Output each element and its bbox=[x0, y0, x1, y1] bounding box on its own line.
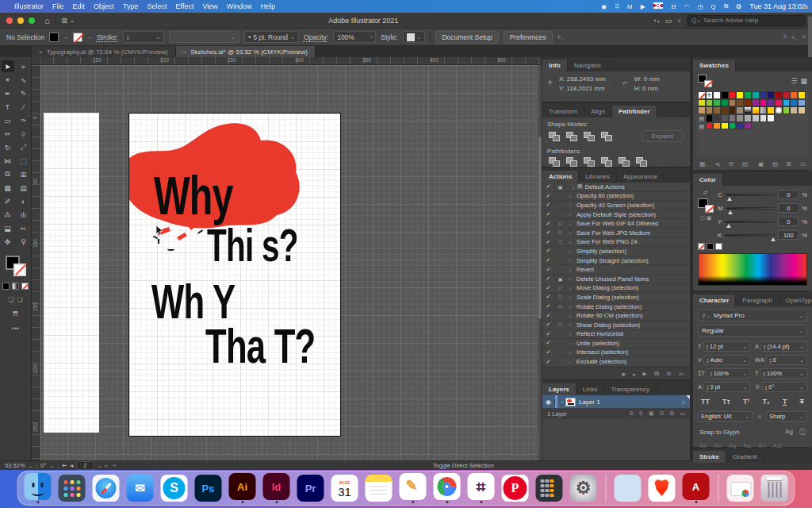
twirl-icon[interactable]: › bbox=[566, 341, 574, 345]
status-icon[interactable]: ◷ bbox=[698, 3, 703, 10]
menu-item[interactable]: Help bbox=[261, 2, 276, 10]
swatch[interactable] bbox=[767, 99, 775, 107]
opacity-field[interactable]: 100%› bbox=[333, 31, 376, 43]
brush-definition-dropdown[interactable]: •5 pt. Round⌄ bbox=[244, 31, 299, 43]
layers-bar-icon[interactable]: ▣ bbox=[649, 410, 654, 417]
tool-button[interactable]: ➤ bbox=[2, 60, 14, 72]
stroke-label[interactable]: Stroke: bbox=[97, 33, 118, 41]
action-enabled-check[interactable]: ✓ bbox=[542, 229, 555, 236]
twirl-icon[interactable]: › bbox=[566, 230, 574, 235]
workspace-switcher-icon[interactable]: ⫦⌄ bbox=[792, 34, 798, 40]
twirl-icon[interactable]: ⌄ bbox=[569, 184, 577, 190]
swatches-bar-icon[interactable]: ▣ bbox=[758, 160, 764, 167]
swatch[interactable] bbox=[790, 91, 798, 99]
action-enabled-check[interactable]: ✓ bbox=[542, 239, 555, 245]
swatch[interactable] bbox=[736, 122, 744, 130]
panel-tab[interactable]: Info bbox=[542, 60, 568, 71]
status-icon[interactable]: ⠿ bbox=[615, 3, 619, 10]
tool-button[interactable]: ➢ bbox=[17, 60, 30, 72]
swatch[interactable] bbox=[798, 106, 806, 114]
panel-tab[interactable]: Links bbox=[576, 383, 605, 395]
swatch[interactable] bbox=[744, 106, 752, 114]
prev-artboard-icon[interactable]: ◂ bbox=[71, 462, 74, 469]
swatch[interactable] bbox=[752, 114, 760, 122]
fill-stroke-preview[interactable] bbox=[698, 198, 714, 213]
color-mode-button[interactable] bbox=[2, 283, 10, 290]
swatch[interactable] bbox=[744, 122, 752, 130]
twirl-icon[interactable]: › bbox=[566, 212, 574, 217]
actions-bar-icon[interactable]: ⊞ bbox=[667, 371, 672, 377]
action-row[interactable]: ✓ › Intersect (selection) bbox=[542, 348, 690, 358]
layers-bar-icon[interactable]: ⚲ bbox=[639, 410, 643, 417]
swatch[interactable] bbox=[744, 91, 752, 99]
swatch[interactable] bbox=[713, 122, 721, 130]
action-row[interactable]: ✓ › Simplify Straight (selection) bbox=[542, 256, 690, 266]
leading-field[interactable]: ▴▾(14.4 pt)⌄ bbox=[760, 341, 807, 352]
minimize-window-button[interactable] bbox=[17, 17, 24, 24]
swatch[interactable]: ▤ bbox=[698, 122, 706, 130]
swatch[interactable] bbox=[775, 91, 783, 99]
stroke-color-swatch[interactable] bbox=[73, 33, 82, 42]
fill-color-swatch[interactable] bbox=[49, 33, 59, 42]
tool-button[interactable]: ✐ bbox=[2, 195, 14, 207]
panel-tab[interactable]: Actions bbox=[542, 171, 579, 183]
status-icon[interactable]: M bbox=[627, 3, 633, 10]
swatch[interactable] bbox=[721, 99, 729, 107]
type-style-button[interactable]: Tᴛ bbox=[722, 398, 730, 406]
dock-app[interactable] bbox=[603, 474, 609, 502]
white-swatch[interactable] bbox=[715, 243, 722, 250]
tool-button[interactable]: ∕ bbox=[17, 101, 30, 113]
action-enabled-check[interactable]: ✓ bbox=[542, 275, 555, 282]
fill-stroke-preview[interactable] bbox=[698, 75, 712, 87]
swatch[interactable] bbox=[783, 91, 791, 99]
twirl-icon[interactable]: › bbox=[566, 294, 574, 299]
type-style-button[interactable]: Ŧ bbox=[799, 398, 804, 406]
tool-button[interactable]: ▦ bbox=[2, 182, 14, 194]
document-setup-button[interactable]: Document Setup bbox=[435, 31, 498, 44]
kerning-field[interactable]: ▴▾Auto⌄ bbox=[703, 355, 750, 365]
font-size-field[interactable]: ▴▾12 pt⌄ bbox=[703, 341, 750, 352]
action-row[interactable]: ✓ □ › Save For Web GIF 64 Dithered bbox=[542, 219, 690, 229]
merge-icon[interactable] bbox=[584, 157, 595, 167]
layers-bar-icon[interactable]: ▭ bbox=[680, 410, 685, 417]
tool-button[interactable]: ↻ bbox=[2, 141, 14, 153]
actions-bar-icon[interactable]: ▭ bbox=[678, 371, 684, 377]
menu-item[interactable]: Type bbox=[123, 2, 139, 10]
action-enabled-check[interactable]: ✓ bbox=[542, 285, 555, 291]
channel-slider[interactable] bbox=[726, 207, 776, 210]
action-row[interactable]: ✓ □ › Shear Dialog (selection) bbox=[542, 321, 690, 330]
language-dropdown[interactable]: English: UK⌄ bbox=[698, 411, 753, 421]
swatch[interactable] bbox=[790, 106, 798, 114]
expand-layer-icon[interactable]: › bbox=[561, 399, 563, 404]
swatch[interactable] bbox=[752, 106, 760, 114]
swatch[interactable] bbox=[783, 99, 791, 107]
swatch[interactable] bbox=[744, 99, 752, 107]
arrange-icon[interactable]: ⠿ bbox=[783, 34, 787, 40]
draw-normal-icon[interactable]: ❏ bbox=[8, 296, 13, 303]
swatch[interactable] bbox=[760, 99, 768, 107]
panel-tab[interactable]: Character bbox=[693, 294, 736, 306]
action-row[interactable]: ✓ □ › Save For Web JPG Medium bbox=[542, 229, 690, 238]
action-row[interactable]: ✓ › Unite (selection) bbox=[542, 339, 690, 348]
swatch[interactable] bbox=[767, 114, 775, 122]
chevron-down-icon[interactable]: ⌄ bbox=[63, 34, 68, 40]
twirl-icon[interactable]: › bbox=[566, 258, 574, 263]
swatch[interactable] bbox=[798, 91, 806, 99]
artboard-text-line4[interactable]: Tha T? bbox=[205, 321, 315, 371]
status-icon[interactable]: ⊟ bbox=[671, 3, 676, 10]
swatch[interactable] bbox=[729, 91, 737, 99]
swatch[interactable] bbox=[713, 99, 721, 107]
action-row[interactable]: ✓ ▣ › Delete Unused Panel Items bbox=[542, 275, 690, 284]
chevron-down-icon[interactable]: ⌄ bbox=[87, 34, 92, 40]
action-enabled-check[interactable]: ✓ bbox=[542, 303, 555, 310]
action-enabled-check[interactable]: ✓ bbox=[542, 349, 555, 356]
none-swatch[interactable] bbox=[698, 243, 705, 250]
swatch[interactable] bbox=[790, 99, 798, 107]
twirl-icon[interactable]: › bbox=[566, 221, 574, 226]
visibility-eye-icon[interactable]: ◉ bbox=[542, 398, 555, 406]
action-enabled-check[interactable]: ✓ bbox=[542, 321, 555, 328]
layer-row[interactable]: ◉ › Layer 1 ○ bbox=[542, 395, 690, 408]
twirl-icon[interactable]: › bbox=[566, 276, 574, 281]
action-row[interactable]: ✓ □ › Rotate Dialog (selection) bbox=[542, 302, 690, 312]
horizontal-ruler[interactable]: 150200250300350400450 bbox=[40, 57, 542, 65]
